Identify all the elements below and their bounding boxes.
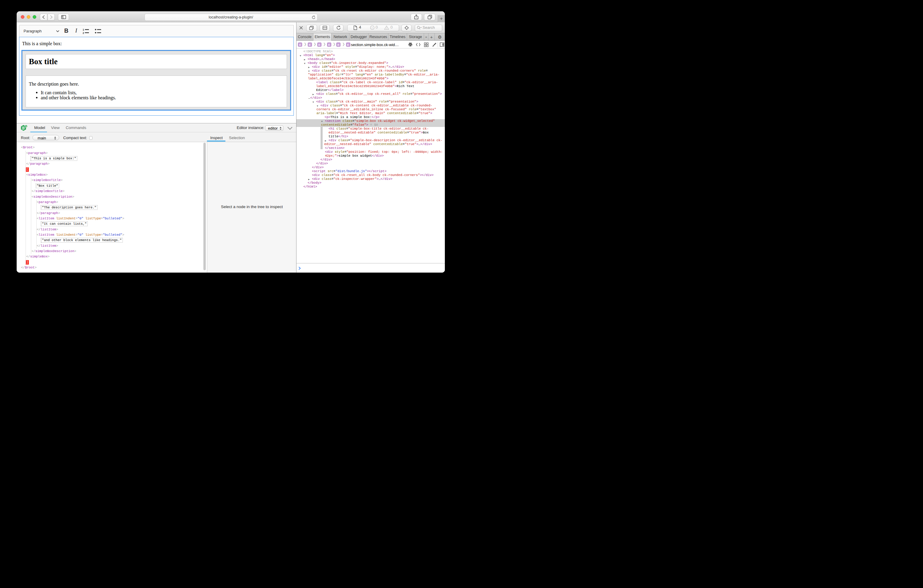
svg-text:!: ! [386, 26, 387, 30]
svg-text:5: 5 [26, 125, 27, 128]
svg-text:!: ! [372, 26, 373, 30]
svg-text:2: 2 [83, 31, 84, 34]
svg-text:1: 1 [83, 28, 84, 31]
